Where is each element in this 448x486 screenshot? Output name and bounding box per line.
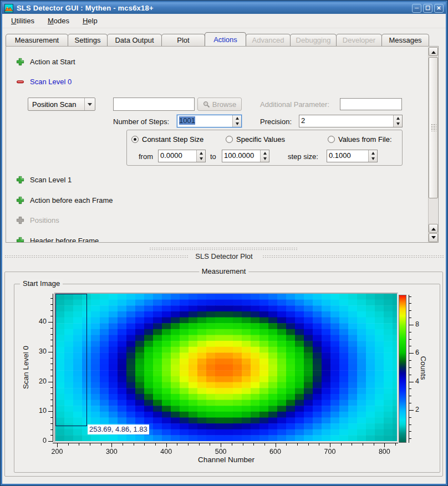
splitter-handle[interactable] [149,247,298,251]
plus-icon [16,176,24,184]
vertical-scrollbar[interactable] [428,47,437,243]
specific-values-label: Specific Values [236,135,285,144]
scrollbar-up-button[interactable] [429,47,438,56]
tick-mark [50,334,53,335]
menu-utilities[interactable]: Utilities [7,15,39,27]
close-button[interactable]: ✕ [434,4,444,13]
maximize-button[interactable]: ☐ [423,4,432,13]
scrollbar-thumb[interactable] [429,57,438,198]
menu-help[interactable]: Help [78,15,102,27]
tab-settings[interactable]: Settings [68,34,108,46]
tick-mark [50,370,53,370]
tick-mark [319,443,319,446]
to-spinbox[interactable]: 100.0000 [222,150,269,162]
constant-step-size-radio[interactable]: Constant Step Size [131,135,203,144]
actions-pane: Action at Start Scan Level 0 Position Sc… [6,46,439,243]
tick-mark [50,364,53,364]
scan-script-input[interactable] [113,98,195,111]
tab-actions[interactable]: Actions [205,32,246,46]
tick-label: 20 [31,377,47,386]
scan-mode-value: Position Scan [28,100,84,109]
action-before-each-frame-row[interactable]: Action before each Frame [16,196,113,204]
tab-debugging: Debugging [290,34,337,46]
spin-up-icon[interactable] [369,150,377,156]
action-at-start-row[interactable]: Action at Start [16,58,75,66]
tick-mark [144,443,145,446]
tick-label: 400 [156,448,176,456]
plot-canvas-frame [54,293,398,442]
tick-mark [50,304,53,305]
specific-values-radio[interactable]: Specific Values [226,135,285,144]
spin-up-icon[interactable] [233,115,241,121]
tick-mark [48,352,53,352]
constant-step-size-label: Constant Step Size [142,135,203,144]
values-from-file-radio[interactable]: Values from File: [328,135,392,144]
zoom-selection-rect[interactable] [55,294,87,426]
tick-mark [90,443,90,446]
precision-label: Precision: [260,117,292,126]
radio-icon[interactable] [131,136,139,143]
scrollbar-down-button[interactable] [429,233,438,242]
tab-data-output[interactable]: Data Output [107,34,162,46]
scan-mode-select[interactable]: Position Scan [28,98,95,111]
tick-mark [409,424,411,425]
cursor-position-tooltip: 253.69, 4.86, 1.83 [88,424,149,434]
number-of-steps-spinbox[interactable]: 1001 [177,115,242,127]
colorbar-title: Counts [419,356,427,380]
colorbar [399,295,406,443]
tick-mark [409,388,411,389]
tick-mark [177,443,177,446]
header-before-frame-row[interactable]: Header before Frame [16,237,99,243]
tick-mark [166,443,167,447]
tick-mark [50,340,53,340]
radio-icon[interactable] [226,136,233,143]
additional-parameter-label: Additional Parameter: [260,100,329,109]
tick-mark [50,406,53,406]
to-label: to [210,152,216,161]
spin-down-icon[interactable] [197,156,205,162]
combo-arrow-button[interactable] [84,98,95,110]
radio-icon[interactable] [328,136,335,143]
scan-level-0-row[interactable]: Scan Level 0 [16,78,72,86]
title-bar[interactable]: SLS Detector GUI : Mythen - mcs6x18+ ─ ☐… [2,2,446,14]
spin-up-icon[interactable] [261,150,269,156]
tick-mark [409,367,411,368]
positions-row: Positions [16,216,59,224]
tick-mark [68,443,69,446]
tick-mark [253,443,254,446]
tab-messages[interactable]: Messages [381,34,429,46]
spin-down-icon[interactable] [394,121,402,127]
tick-mark [409,353,414,354]
heatmap-canvas[interactable] [55,294,397,441]
tick-mark [48,322,53,323]
number-of-steps-label: Number of Steps: [113,117,169,126]
colorbar-axis-line [409,295,409,443]
menu-bar: Utilities Modes Help [2,14,446,28]
tick-mark [50,429,53,430]
tick-mark [111,443,112,447]
tick-mark [409,318,411,318]
tick-mark [101,443,101,446]
tick-label: 10 [31,407,47,415]
additional-parameter-input[interactable] [340,98,402,110]
minimize-button[interactable]: ─ [412,4,421,13]
step-size-spinbox[interactable]: 0.1000 [327,150,378,162]
spin-down-icon[interactable] [261,156,269,162]
spin-up-icon[interactable] [394,115,402,121]
menu-modes[interactable]: Modes [43,15,74,27]
scrollbar-up-button-2[interactable] [429,224,438,233]
spin-down-icon[interactable] [233,121,241,127]
x-axis-line [53,443,398,443]
spin-up-icon[interactable] [197,150,205,156]
precision-spinbox[interactable]: 2 [299,115,403,127]
x-axis-title: Channel Number [198,456,254,464]
tick-mark [50,376,53,376]
app-icon [4,4,13,13]
tick-mark [409,417,411,418]
spin-down-icon[interactable] [369,156,377,162]
tab-plot[interactable]: Plot [161,34,205,46]
tick-mark [134,443,134,446]
tab-measurement[interactable]: Measurement [6,34,68,46]
scan-level-1-row[interactable]: Scan Level 1 [16,176,72,184]
from-spinbox[interactable]: 0.0000 [158,150,206,162]
